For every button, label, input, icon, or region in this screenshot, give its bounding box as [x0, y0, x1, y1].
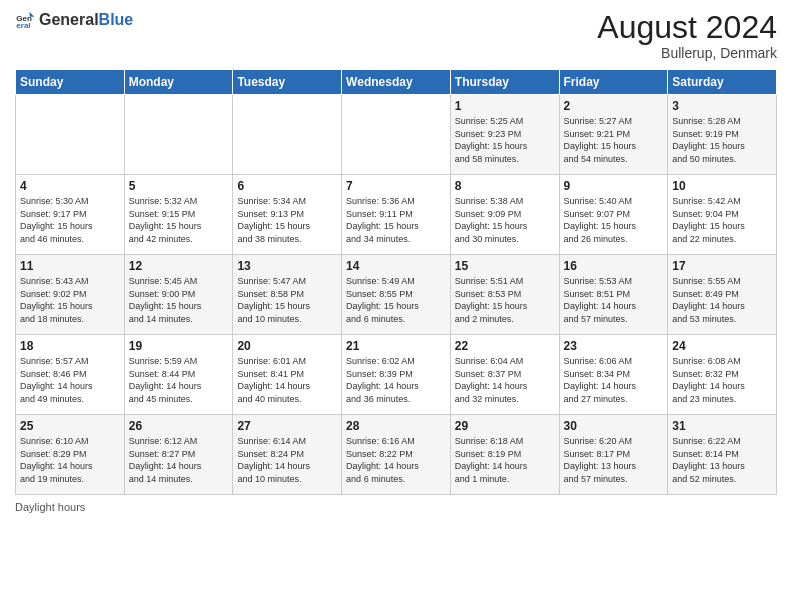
calendar-cell	[124, 95, 233, 175]
day-info: Sunrise: 6:12 AM Sunset: 8:27 PM Dayligh…	[129, 435, 229, 485]
header-day-sunday: Sunday	[16, 70, 125, 95]
day-info: Sunrise: 6:20 AM Sunset: 8:17 PM Dayligh…	[564, 435, 664, 485]
logo-blue: Blue	[99, 11, 134, 28]
calendar-cell: 3Sunrise: 5:28 AM Sunset: 9:19 PM Daylig…	[668, 95, 777, 175]
day-info: Sunrise: 6:04 AM Sunset: 8:37 PM Dayligh…	[455, 355, 555, 405]
calendar-cell: 7Sunrise: 5:36 AM Sunset: 9:11 PM Daylig…	[342, 175, 451, 255]
day-info: Sunrise: 6:02 AM Sunset: 8:39 PM Dayligh…	[346, 355, 446, 405]
calendar-cell: 17Sunrise: 5:55 AM Sunset: 8:49 PM Dayli…	[668, 255, 777, 335]
location: Bullerup, Denmark	[597, 45, 777, 61]
calendar-cell: 19Sunrise: 5:59 AM Sunset: 8:44 PM Dayli…	[124, 335, 233, 415]
calendar-cell: 21Sunrise: 6:02 AM Sunset: 8:39 PM Dayli…	[342, 335, 451, 415]
day-number: 10	[672, 179, 772, 193]
week-row-2: 11Sunrise: 5:43 AM Sunset: 9:02 PM Dayli…	[16, 255, 777, 335]
day-number: 22	[455, 339, 555, 353]
day-number: 23	[564, 339, 664, 353]
header-day-monday: Monday	[124, 70, 233, 95]
day-info: Sunrise: 5:49 AM Sunset: 8:55 PM Dayligh…	[346, 275, 446, 325]
day-info: Sunrise: 5:51 AM Sunset: 8:53 PM Dayligh…	[455, 275, 555, 325]
day-number: 15	[455, 259, 555, 273]
header-day-friday: Friday	[559, 70, 668, 95]
day-number: 24	[672, 339, 772, 353]
day-info: Sunrise: 5:28 AM Sunset: 9:19 PM Dayligh…	[672, 115, 772, 165]
day-info: Sunrise: 6:08 AM Sunset: 8:32 PM Dayligh…	[672, 355, 772, 405]
calendar-cell: 31Sunrise: 6:22 AM Sunset: 8:14 PM Dayli…	[668, 415, 777, 495]
day-info: Sunrise: 6:22 AM Sunset: 8:14 PM Dayligh…	[672, 435, 772, 485]
day-number: 26	[129, 419, 229, 433]
calendar-cell: 22Sunrise: 6:04 AM Sunset: 8:37 PM Dayli…	[450, 335, 559, 415]
logo-text: GeneralBlue	[39, 11, 133, 29]
footer: Daylight hours	[15, 501, 777, 513]
day-number: 9	[564, 179, 664, 193]
day-number: 28	[346, 419, 446, 433]
day-number: 25	[20, 419, 120, 433]
calendar-cell: 8Sunrise: 5:38 AM Sunset: 9:09 PM Daylig…	[450, 175, 559, 255]
header-day-wednesday: Wednesday	[342, 70, 451, 95]
day-number: 1	[455, 99, 555, 113]
day-number: 7	[346, 179, 446, 193]
day-info: Sunrise: 6:16 AM Sunset: 8:22 PM Dayligh…	[346, 435, 446, 485]
day-number: 20	[237, 339, 337, 353]
title-block: August 2024 Bullerup, Denmark	[597, 10, 777, 61]
day-info: Sunrise: 5:59 AM Sunset: 8:44 PM Dayligh…	[129, 355, 229, 405]
logo: Gen eral GeneralBlue	[15, 10, 133, 30]
day-info: Sunrise: 5:45 AM Sunset: 9:00 PM Dayligh…	[129, 275, 229, 325]
month-year: August 2024	[597, 10, 777, 45]
header-day-tuesday: Tuesday	[233, 70, 342, 95]
day-info: Sunrise: 6:01 AM Sunset: 8:41 PM Dayligh…	[237, 355, 337, 405]
day-info: Sunrise: 5:30 AM Sunset: 9:17 PM Dayligh…	[20, 195, 120, 245]
calendar-cell: 25Sunrise: 6:10 AM Sunset: 8:29 PM Dayli…	[16, 415, 125, 495]
calendar-cell: 24Sunrise: 6:08 AM Sunset: 8:32 PM Dayli…	[668, 335, 777, 415]
day-info: Sunrise: 5:55 AM Sunset: 8:49 PM Dayligh…	[672, 275, 772, 325]
calendar-cell: 9Sunrise: 5:40 AM Sunset: 9:07 PM Daylig…	[559, 175, 668, 255]
calendar-cell: 27Sunrise: 6:14 AM Sunset: 8:24 PM Dayli…	[233, 415, 342, 495]
calendar-cell: 4Sunrise: 5:30 AM Sunset: 9:17 PM Daylig…	[16, 175, 125, 255]
day-number: 16	[564, 259, 664, 273]
day-info: Sunrise: 5:27 AM Sunset: 9:21 PM Dayligh…	[564, 115, 664, 165]
calendar-cell: 6Sunrise: 5:34 AM Sunset: 9:13 PM Daylig…	[233, 175, 342, 255]
day-number: 19	[129, 339, 229, 353]
day-info: Sunrise: 5:34 AM Sunset: 9:13 PM Dayligh…	[237, 195, 337, 245]
day-info: Sunrise: 6:14 AM Sunset: 8:24 PM Dayligh…	[237, 435, 337, 485]
calendar-cell: 26Sunrise: 6:12 AM Sunset: 8:27 PM Dayli…	[124, 415, 233, 495]
header: Gen eral GeneralBlue August 2024 Bulleru…	[15, 10, 777, 61]
day-number: 30	[564, 419, 664, 433]
week-row-0: 1Sunrise: 5:25 AM Sunset: 9:23 PM Daylig…	[16, 95, 777, 175]
calendar-cell: 18Sunrise: 5:57 AM Sunset: 8:46 PM Dayli…	[16, 335, 125, 415]
day-number: 21	[346, 339, 446, 353]
calendar-cell: 2Sunrise: 5:27 AM Sunset: 9:21 PM Daylig…	[559, 95, 668, 175]
calendar-cell: 23Sunrise: 6:06 AM Sunset: 8:34 PM Dayli…	[559, 335, 668, 415]
day-info: Sunrise: 6:18 AM Sunset: 8:19 PM Dayligh…	[455, 435, 555, 485]
calendar-table: SundayMondayTuesdayWednesdayThursdayFrid…	[15, 69, 777, 495]
day-info: Sunrise: 5:43 AM Sunset: 9:02 PM Dayligh…	[20, 275, 120, 325]
calendar-cell: 10Sunrise: 5:42 AM Sunset: 9:04 PM Dayli…	[668, 175, 777, 255]
day-number: 6	[237, 179, 337, 193]
calendar-cell: 20Sunrise: 6:01 AM Sunset: 8:41 PM Dayli…	[233, 335, 342, 415]
calendar-cell: 5Sunrise: 5:32 AM Sunset: 9:15 PM Daylig…	[124, 175, 233, 255]
day-number: 5	[129, 179, 229, 193]
calendar-cell: 1Sunrise: 5:25 AM Sunset: 9:23 PM Daylig…	[450, 95, 559, 175]
calendar-cell: 15Sunrise: 5:51 AM Sunset: 8:53 PM Dayli…	[450, 255, 559, 335]
day-info: Sunrise: 5:42 AM Sunset: 9:04 PM Dayligh…	[672, 195, 772, 245]
calendar-cell	[233, 95, 342, 175]
day-info: Sunrise: 5:36 AM Sunset: 9:11 PM Dayligh…	[346, 195, 446, 245]
day-number: 14	[346, 259, 446, 273]
calendar-cell: 13Sunrise: 5:47 AM Sunset: 8:58 PM Dayli…	[233, 255, 342, 335]
week-row-1: 4Sunrise: 5:30 AM Sunset: 9:17 PM Daylig…	[16, 175, 777, 255]
svg-text:eral: eral	[16, 21, 30, 30]
day-number: 18	[20, 339, 120, 353]
calendar-cell: 12Sunrise: 5:45 AM Sunset: 9:00 PM Dayli…	[124, 255, 233, 335]
calendar-cell: 29Sunrise: 6:18 AM Sunset: 8:19 PM Dayli…	[450, 415, 559, 495]
day-number: 29	[455, 419, 555, 433]
calendar-header-row: SundayMondayTuesdayWednesdayThursdayFrid…	[16, 70, 777, 95]
calendar-cell: 28Sunrise: 6:16 AM Sunset: 8:22 PM Dayli…	[342, 415, 451, 495]
calendar-cell: 30Sunrise: 6:20 AM Sunset: 8:17 PM Dayli…	[559, 415, 668, 495]
day-number: 12	[129, 259, 229, 273]
day-number: 4	[20, 179, 120, 193]
day-info: Sunrise: 5:25 AM Sunset: 9:23 PM Dayligh…	[455, 115, 555, 165]
calendar-cell: 16Sunrise: 5:53 AM Sunset: 8:51 PM Dayli…	[559, 255, 668, 335]
day-number: 17	[672, 259, 772, 273]
logo-icon: Gen eral	[15, 10, 35, 30]
week-row-4: 25Sunrise: 6:10 AM Sunset: 8:29 PM Dayli…	[16, 415, 777, 495]
day-number: 31	[672, 419, 772, 433]
